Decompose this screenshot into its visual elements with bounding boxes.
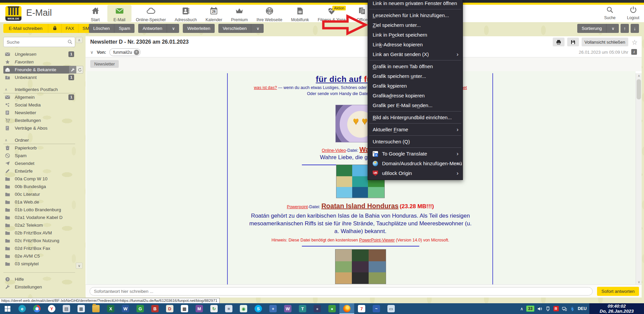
volume-icon[interactable] [537,306,542,311]
nav-tab-adressbuch[interactable]: Adressbuch [170,5,201,22]
online-video-link[interactable]: Online-Video [322,148,346,153]
sidebar-item-entw-rfe[interactable]: Entwürfe [3,167,75,175]
sidebar-search-input[interactable] [3,37,75,47]
lock-icon[interactable] [48,24,62,33]
sidebar-item-02a1-vodafone-kabel-d[interactable]: 02a1 Vodafone Kabel D [3,214,75,221]
nav-tab-premium[interactable]: Premium [227,5,252,22]
menu-item-lesezeichen-für-link-hinzufügen[interactable]: Lesezeichen für Link hinzufügen... [368,10,463,20]
taskbar-app-app-list[interactable]: ≡ [221,303,236,314]
taskbar-app-app-puzzle[interactable]: + [266,303,280,314]
menu-item-grafik-kopieren[interactable]: Grafik kopieren [368,81,463,91]
menu-item-grafik-speichern-unter[interactable]: Grafik speichern unter... [368,71,463,81]
sidebar-item-favoriten[interactable]: Favoriten [3,58,75,66]
sidebar-item-papierkorb[interactable]: Papierkorb [3,144,75,152]
collapse-chevron-icon[interactable]: ∨ [90,50,94,55]
language-indicator[interactable]: DEU [578,306,587,311]
scroll-up-icon[interactable]: ∧ [636,73,642,79]
nav-tab-ihre-webseite[interactable]: .comIhre Webseite [252,5,287,22]
nav-up-button[interactable]: ↑ [621,24,629,33]
quick-reply-input[interactable] [90,287,593,296]
sidebar-item-unbekannt[interactable]: ?Unbekannt1 [3,74,75,81]
taskbar-app-yandex-browser[interactable]: Y [44,303,59,314]
add-contact-icon[interactable]: + [134,50,139,55]
header-search[interactable]: Suche [604,6,615,20]
taskbar-app-app-monitor[interactable]: ▭ [384,303,398,314]
taskbar-app-excel[interactable]: X [103,303,118,314]
people-collage-image[interactable] [335,249,386,284]
sidebar-item-freunde-bekannte[interactable]: Freunde & Bekannte [3,66,75,74]
scroll-up-icon[interactable]: ∧ [76,37,83,43]
sidebar-item-allgemein[interactable]: Allgemein1 [3,93,75,101]
save-button[interactable] [567,38,579,46]
logout-button[interactable]: Logout [627,6,639,20]
powerpoint-link[interactable]: Powerpoint [287,205,308,209]
menu-item-grafikadresse-kopieren[interactable]: Grafikadresse kopieren [368,91,463,100]
taskbar-clock[interactable]: 09:40:02 Do, 26.Jan.2023 [589,303,644,314]
ppt-viewer-link[interactable]: PowerPoint-Viewer [359,238,395,242]
sidebar-item-00a-comp-w-10[interactable]: 00a Comp W 10 [3,175,75,183]
sidebar-item-00b-bundesliga[interactable]: 00b Bundesliga [3,183,75,190]
sender-chip[interactable]: funmail2u + [109,48,140,56]
bluetooth-icon[interactable] [570,306,575,311]
content-scrollbar[interactable]: ∧ ∨ [636,73,642,285]
menu-item-bild-als-hintergrundbild-einrichten[interactable]: Bild als Hintergrundbild einrichten... [368,113,463,122]
sidebar-item-spam[interactable]: Spam [3,152,75,160]
taskbar-app-app-globe[interactable]: ● [310,303,325,314]
sidebar-item-social-media[interactable]: Social Media [3,101,75,109]
menu-item-untersuchen-q[interactable]: Untersuchen (Q) [368,137,463,146]
compose-email-button[interactable]: E-Mail schreiben [3,24,48,33]
delete-button[interactable]: Löschen [89,24,114,33]
menu-item-to-google-translate[interactable]: To Google Translate› [368,149,463,159]
taskbar-app-edge[interactable]: e [15,303,30,314]
sidebar-item-hilfe[interactable]: ?Hilfe [3,275,75,283]
sidebar-item-01b-lotto-brandenburg[interactable]: 01b Lotto Brandenburg [3,206,75,214]
print-button[interactable] [553,38,565,46]
sidebar-item-01a-web-de[interactable]: 01a Web.de [3,198,75,206]
close-fullview-button[interactable]: Vollansicht schließen [582,38,628,46]
taskbar-app-chrome[interactable] [30,303,44,314]
menu-item-link-in-neuem-privaten-fenster-öffnen[interactable]: Link in neuem privaten Fenster öffnen [368,0,463,8]
menu-item-ziel-speichern-unter[interactable]: Ziel speichern unter... [368,20,463,30]
taskbar-app-calendar-app[interactable]: 7 [354,303,369,314]
reply-button[interactable]: Antworten [138,24,167,33]
nav-down-button[interactable]: ↓ [631,24,639,33]
taskbar-app-app-book[interactable]: B [148,303,162,314]
tray-chevron-icon[interactable]: ∧ [520,306,524,311]
wrench-icon[interactable] [69,66,76,74]
menu-item-link-in-pocket-speichern[interactable]: Link in Pocket speichern [368,30,463,40]
taskbar-app-app-maps[interactable]: G [133,303,148,314]
taskbar-app-app-sync[interactable]: ↻ [207,303,221,314]
nav-tab-start[interactable]: Start [83,5,107,22]
favorite-star-icon[interactable]: ☆ [632,38,638,46]
sidebar-item-03-simplytel[interactable]: 03 simplytel [3,260,75,268]
was-ist-das-link[interactable]: was ist das? [254,85,277,90]
network-icon[interactable] [562,306,567,311]
app-r-tray-icon[interactable]: R [553,306,559,311]
move-dropdown-button[interactable]: ∨ [251,24,264,33]
scroll-down-icon[interactable]: ∨ [76,263,83,269]
taskbar-app-word[interactable]: W [118,303,133,314]
battery-indicator[interactable]: 33 [526,306,534,312]
ppt-file-link[interactable]: Roatan Island Honduras [321,202,398,210]
menu-item-grafik-per-e-mail-senden[interactable]: Grafik per E-Mail senden... [368,100,463,110]
sidebar-item-02e-avm-c5[interactable]: 02e AVM C5 [3,252,75,260]
menu-item-domain-ausdruck-hinzufügen-menü[interactable]: Domain/Ausdruck hinzufügen-Menü› [368,159,463,168]
menu-item-aktueller-frame[interactable]: Aktueller Frame› [368,125,463,134]
sidebar-section-intelligentes-postfach[interactable]: ∧Intelligentes Postfach [3,86,75,93]
nav-tab-mobilfunk[interactable]: Mobilfunk [287,5,314,22]
fax-button[interactable]: FAX [62,24,79,33]
taskbar-app-calculator[interactable]: ▦ [74,303,89,314]
sidebar-item-gesendet[interactable]: Gesendet [3,160,75,167]
sidebar-item-02c-fritz-box-nutzung[interactable]: 02c Fritz!Box Nutzung [3,237,75,244]
sidebar-item-einstellungen[interactable]: Einstellungen [3,283,75,291]
move-button[interactable]: Verschieben [218,24,252,33]
sort-button[interactable]: Sortierung [577,24,606,33]
taskbar-app-app-media[interactable]: M [192,303,207,314]
taskbar-app-keyboard[interactable]: ▤ [59,303,74,314]
sidebar-item-vertr-ge-abos[interactable]: Verträge & Abos [3,124,75,132]
scrollbar-thumb[interactable] [637,79,641,99]
forward-button[interactable]: Weiterleiten [183,24,214,33]
taskbar-app-app-pulse[interactable]: ~ [369,303,384,314]
taskbar-app-firefox[interactable] [339,303,354,314]
sidebar-item-ungelesen[interactable]: Ungelesen1 [3,50,75,58]
